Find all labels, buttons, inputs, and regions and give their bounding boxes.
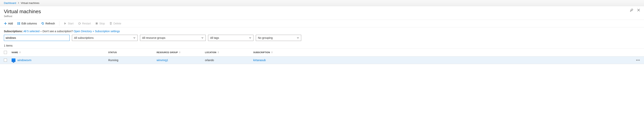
columns-icon [17, 22, 20, 25]
subscription-link[interactable]: kirtanasub [253, 58, 266, 62]
chevron-down-icon [133, 37, 136, 39]
resource-group-select[interactable]: All resource groups [140, 35, 206, 41]
close-icon[interactable] [637, 9, 640, 12]
stop-icon [95, 22, 98, 25]
chevron-down-icon [201, 37, 204, 39]
row-checkbox[interactable] [4, 58, 7, 62]
select-all-checkbox[interactable] [4, 51, 7, 54]
cell-status: Running [108, 58, 156, 62]
delete-button: Delete [109, 22, 121, 25]
subscriptions-missing-text: – Don't see a subscription? [40, 30, 74, 33]
column-header-resource-group[interactable]: Resource Group ▲▼ [156, 51, 205, 53]
plus-icon [4, 22, 7, 25]
svg-rect-6 [96, 23, 98, 24]
delete-label: Delete [114, 22, 121, 25]
vm-icon [12, 58, 16, 62]
svg-rect-5 [18, 24, 20, 25]
page-title: Virtual machines [4, 9, 630, 15]
refresh-label: Refresh [46, 22, 55, 25]
search-input[interactable] [4, 35, 70, 41]
pin-icon[interactable] [630, 9, 633, 12]
breadcrumb-separator-icon [18, 2, 19, 5]
svg-rect-2 [18, 24, 18, 25]
edit-columns-label: Edit columns [22, 22, 37, 25]
breadcrumb-current: Virtual machines [21, 2, 40, 5]
play-icon [64, 22, 67, 25]
item-count: 1 items [0, 42, 644, 48]
sort-icon: ▲▼ [179, 51, 180, 53]
column-header-location[interactable]: Location ▲▼ [205, 51, 253, 53]
chevron-down-icon [297, 37, 299, 39]
start-label: Start [68, 22, 74, 25]
trash-icon [109, 22, 112, 25]
row-more-button[interactable]: ••• [632, 58, 640, 62]
subscription-select[interactable]: All subscriptions [72, 35, 138, 41]
chevron-down-icon [249, 37, 251, 39]
grouping-select-value: No grouping [258, 36, 272, 39]
resource-group-select-value: All resource groups [142, 36, 166, 39]
restart-icon [78, 22, 81, 25]
directory-settings-link[interactable]: Open Directory + Subscription settings [74, 30, 120, 33]
tags-select[interactable]: All tags [208, 35, 254, 41]
subscriptions-line: Subscriptions: All 5 selected – Don't se… [4, 30, 640, 33]
svg-rect-3 [18, 22, 20, 23]
subscriptions-label: Subscriptions: [4, 30, 23, 33]
title-bar: Virtual machines Selfhost [0, 6, 644, 20]
breadcrumb-dashboard-link[interactable]: Dashboard [4, 2, 16, 5]
sort-icon: ▲▼ [218, 51, 219, 53]
restart-button: Restart [78, 22, 91, 25]
breadcrumb: Dashboard Virtual machines [0, 0, 644, 6]
resource-group-link[interactable]: winvmrg1 [156, 58, 168, 62]
start-button: Start [64, 22, 74, 25]
grouping-select[interactable]: No grouping [256, 35, 301, 41]
edit-columns-button[interactable]: Edit columns [17, 22, 37, 25]
toolbar: Add Edit columns Refresh Start Restart S… [0, 20, 644, 27]
vm-name-link[interactable]: windowsvm [18, 58, 31, 62]
table-row[interactable]: windowsvm Running winvmrg1 orlando kirta… [0, 56, 644, 64]
subscription-select-value: All subscriptions [74, 36, 94, 39]
page-subtitle: Selfhost [4, 15, 630, 18]
cell-location: orlando [205, 58, 253, 62]
sort-icon: ▲▼ [271, 51, 273, 53]
tags-select-value: All tags [210, 36, 219, 39]
vm-table: Name ▲▼ Status Resource Group ▲▼ Locatio… [0, 48, 644, 64]
restart-label: Restart [82, 22, 91, 25]
svg-rect-1 [18, 23, 18, 24]
column-header-subscription[interactable]: Subscription ▲▼ [253, 51, 296, 53]
add-label: Add [8, 22, 13, 25]
refresh-button[interactable]: Refresh [41, 22, 55, 25]
svg-rect-0 [18, 22, 18, 23]
stop-label: Stop [99, 22, 105, 25]
subscriptions-selected-link[interactable]: All 5 selected [24, 30, 40, 33]
svg-rect-4 [18, 23, 20, 24]
stop-button: Stop [95, 22, 105, 25]
column-header-name[interactable]: Name ▲▼ [12, 51, 108, 53]
sort-icon: ▲▼ [19, 51, 21, 53]
add-button[interactable]: Add [4, 22, 13, 25]
table-header-row: Name ▲▼ Status Resource Group ▲▼ Locatio… [0, 48, 644, 56]
refresh-icon [41, 22, 44, 25]
column-header-status[interactable]: Status [108, 51, 156, 53]
